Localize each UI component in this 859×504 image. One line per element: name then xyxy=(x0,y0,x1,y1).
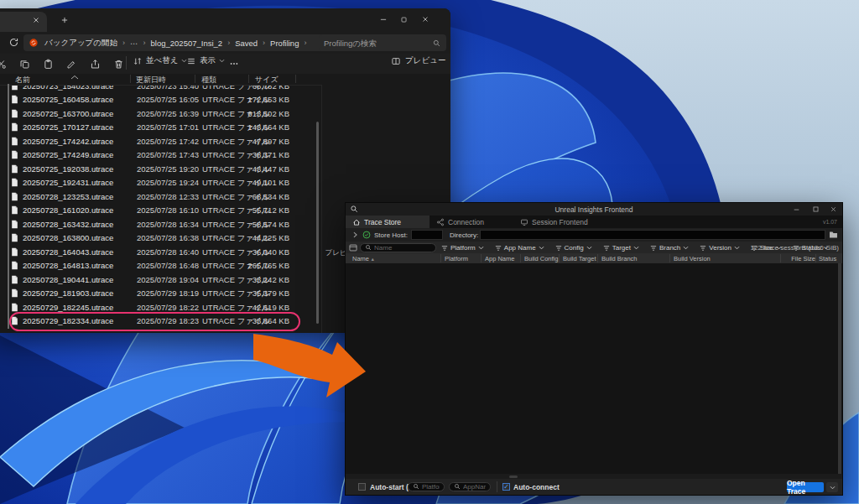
tab-close-icon[interactable] xyxy=(32,16,40,24)
filter-platform-button[interactable]: Platform xyxy=(441,244,484,252)
expander-chevron-icon[interactable] xyxy=(352,231,358,238)
table-column-8[interactable]: Status xyxy=(819,255,836,262)
preview-toggle-button[interactable]: プレビュー xyxy=(391,55,445,66)
close-icon[interactable] xyxy=(830,205,837,213)
search-input[interactable] xyxy=(324,39,432,48)
sessions-table-header[interactable]: Name ▲PlatformApp NameBuild ConfigBuild … xyxy=(346,253,842,263)
minimize-icon[interactable] xyxy=(793,205,800,213)
file-row[interactable]: 20250725_174242.utrace2025/07/25 17:42UT… xyxy=(0,134,315,148)
table-column-7[interactable]: File Size xyxy=(791,255,815,262)
insights-title-bar[interactable]: Unreal Insights Frontend xyxy=(346,203,842,216)
directory-input[interactable] xyxy=(480,230,825,240)
table-hscrollbar-thumb[interactable] xyxy=(509,475,518,478)
auto-connect-checkbox[interactable]: ✓ xyxy=(502,483,510,491)
copy-icon[interactable] xyxy=(15,55,34,72)
platform-filter-box[interactable] xyxy=(408,482,445,491)
filter-target-button[interactable]: Target xyxy=(603,244,639,252)
table-column-divider[interactable] xyxy=(440,254,441,262)
table-column-divider[interactable] xyxy=(669,254,670,262)
appname-filter-input[interactable] xyxy=(463,483,486,491)
nav-pane-scrollbar[interactable] xyxy=(8,84,9,329)
panel-toggle-icon[interactable] xyxy=(349,244,357,252)
table-column-1[interactable]: Platform xyxy=(445,255,468,262)
breadcrumb-item[interactable]: バックアップの開始 xyxy=(41,38,121,49)
table-vscrollbar-thumb[interactable] xyxy=(838,263,841,474)
file-row[interactable]: 20250725_192431.utrace2025/07/25 19:24UT… xyxy=(0,176,315,190)
table-column-divider[interactable] xyxy=(520,254,521,262)
name-filter-input[interactable] xyxy=(374,244,431,252)
search-box[interactable] xyxy=(319,34,446,51)
tab-session-frontend[interactable]: Session Frontend xyxy=(513,216,610,228)
table-column-2[interactable]: App Name xyxy=(485,255,514,262)
filter-branch-button[interactable]: Branch xyxy=(650,244,689,252)
platform-filter-input[interactable] xyxy=(422,483,440,491)
sessions-table-body[interactable] xyxy=(346,263,842,474)
close-icon[interactable] xyxy=(415,12,435,27)
filter-config-button[interactable]: Config xyxy=(555,244,592,252)
table-column-3[interactable]: Build Config xyxy=(524,255,558,262)
name-filter-box[interactable] xyxy=(360,243,436,252)
file-row[interactable]: 20250728_123253.utrace2025/07/28 12:33UT… xyxy=(0,190,315,204)
rename-icon[interactable] xyxy=(62,55,81,72)
table-column-divider[interactable] xyxy=(815,254,816,262)
delete-icon[interactable] xyxy=(109,55,128,72)
breadcrumb-item[interactable]: Saved xyxy=(232,39,261,48)
file-list-header[interactable]: 名前更新日時種類サイズ xyxy=(0,74,322,86)
column-divider[interactable] xyxy=(248,75,249,83)
appname-filter-box[interactable] xyxy=(449,482,491,491)
column-header-1[interactable]: 更新日時 xyxy=(136,75,166,86)
view-button[interactable]: 表示 xyxy=(186,55,225,66)
file-row[interactable]: 20250728_163800.utrace2025/07/28 16:38UT… xyxy=(0,231,315,246)
file-row[interactable]: 20250725_170127.utrace2025/07/25 17:01UT… xyxy=(0,121,315,135)
breadcrumb-item[interactable]: Profiling xyxy=(267,39,302,48)
table-column-0[interactable]: Name ▲ xyxy=(352,255,375,262)
refresh-icon[interactable] xyxy=(8,37,19,48)
open-trace-button[interactable]: Open Trace xyxy=(787,482,824,492)
file-row[interactable]: 20250729_181903.utrace2025/07/29 18:19UT… xyxy=(0,287,315,301)
table-column-divider[interactable] xyxy=(481,254,482,262)
column-header-2[interactable]: 種類 xyxy=(201,75,216,86)
file-row[interactable]: 20250728_164043.utrace2025/07/28 16:40UT… xyxy=(0,245,315,259)
breadcrumb-item[interactable]: blog_202507_Insi_2 xyxy=(148,39,226,48)
cut-icon[interactable] xyxy=(0,55,10,72)
open-trace-dropdown-button[interactable] xyxy=(826,482,838,492)
file-list-scrollbar[interactable] xyxy=(316,122,319,324)
table-column-divider[interactable] xyxy=(559,254,560,262)
paste-icon[interactable] xyxy=(39,55,57,72)
store-host-input[interactable] xyxy=(411,230,443,240)
new-tab-icon[interactable] xyxy=(60,16,69,24)
file-row[interactable]: 20250728_190441.utrace2025/07/28 19:04UT… xyxy=(0,273,315,287)
table-column-5[interactable]: Build Branch xyxy=(601,255,638,262)
column-divider[interactable] xyxy=(195,75,195,83)
sort-button[interactable]: 並べ替え xyxy=(133,55,187,66)
browse-folder-icon[interactable] xyxy=(829,231,838,239)
table-column-4[interactable]: Build Target xyxy=(563,255,596,262)
tab-trace-store[interactable]: Trace Store xyxy=(346,216,430,228)
breadcrumb[interactable]: バックアップの開始›⋯›blog_202507_Insi_2›Saved›Pro… xyxy=(23,34,323,51)
file-row[interactable]: 20250728_161020.utrace2025/07/28 16:10UT… xyxy=(0,204,315,218)
file-row[interactable]: 20250728_163432.utrace2025/07/28 16:34UT… xyxy=(0,217,315,231)
more-options-icon[interactable] xyxy=(225,55,243,72)
file-row[interactable]: 20250725_192038.utrace2025/07/25 19:20UT… xyxy=(0,162,315,176)
file-row[interactable]: 20250725_174249.utrace2025/07/25 17:43UT… xyxy=(0,148,315,163)
filter-app-name-button[interactable]: App Name xyxy=(495,244,544,252)
column-header-3[interactable]: サイズ xyxy=(255,75,279,86)
file-list[interactable]: 20250723_154023.utrace2025/07/23 15:40UT… xyxy=(0,79,315,330)
column-header-0[interactable]: 名前 xyxy=(15,75,30,86)
maximize-icon[interactable] xyxy=(393,12,414,27)
filter-version-button[interactable]: Version xyxy=(700,244,740,252)
file-row[interactable]: 20250725_160458.utrace2025/07/25 16:05UT… xyxy=(0,93,315,107)
maximize-icon[interactable] xyxy=(812,205,820,213)
explorer-active-tab[interactable] xyxy=(0,12,47,32)
share-icon[interactable] xyxy=(86,55,104,72)
table-vscrollbar-track[interactable] xyxy=(838,263,841,474)
table-column-divider[interactable] xyxy=(780,254,781,262)
file-row[interactable]: 20250725_163700.utrace2025/07/25 16:39UT… xyxy=(0,107,315,121)
table-column-6[interactable]: Build Version xyxy=(674,255,711,262)
tab-connection[interactable]: Connection xyxy=(430,216,513,228)
file-row[interactable]: 20250728_164813.utrace2025/07/28 16:48UT… xyxy=(0,259,315,273)
minimize-icon[interactable] xyxy=(373,12,393,27)
column-divider[interactable] xyxy=(295,75,296,83)
search-icon[interactable] xyxy=(432,39,441,48)
auto-start-checkbox[interactable] xyxy=(358,483,366,491)
